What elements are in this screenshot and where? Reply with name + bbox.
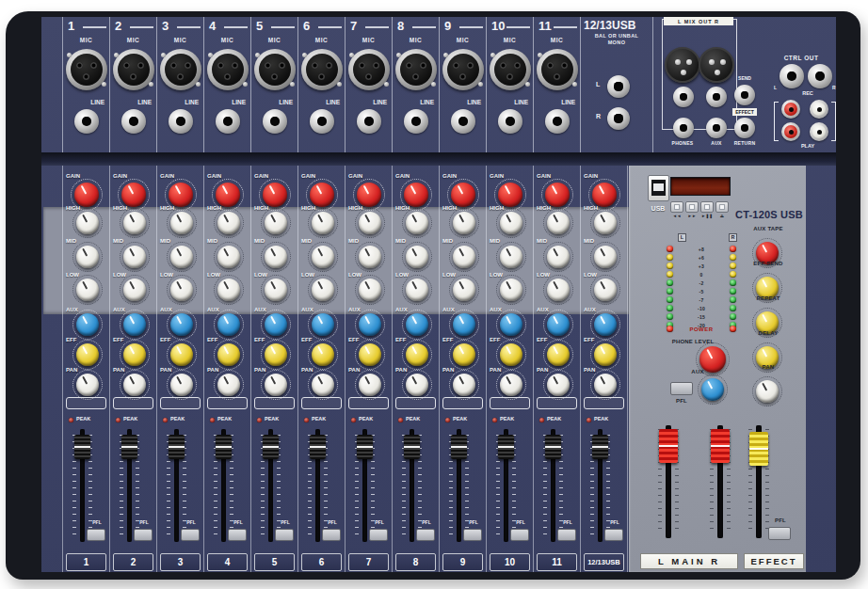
effect-send-knob[interactable] <box>402 340 432 370</box>
channel-fader[interactable] <box>357 435 373 459</box>
mid-eq-knob[interactable] <box>496 242 526 272</box>
aux-send-knob[interactable] <box>590 310 620 340</box>
aux-send-knob[interactable] <box>214 310 244 340</box>
pan-knob[interactable] <box>590 370 620 400</box>
effect-send-knob[interactable] <box>308 340 338 370</box>
aux-send-knob[interactable] <box>261 310 291 340</box>
aux-send-knob[interactable] <box>167 310 197 340</box>
xlr-mic-input[interactable] <box>254 49 296 90</box>
effect-return-jack[interactable] <box>734 118 755 138</box>
effect-send-knob[interactable] <box>590 340 620 370</box>
low-eq-knob[interactable] <box>543 275 573 305</box>
pan-knob[interactable] <box>120 370 150 400</box>
line-input-jack[interactable] <box>216 109 240 134</box>
master-pan-knob[interactable] <box>752 376 782 406</box>
aux-send-knob[interactable] <box>308 310 338 340</box>
main-right-fader[interactable] <box>711 429 730 463</box>
low-eq-knob[interactable] <box>449 275 479 305</box>
pfl-button[interactable] <box>510 529 529 541</box>
xlr-mic-input[interactable] <box>490 49 531 90</box>
channel-fader[interactable] <box>263 435 279 459</box>
channel-fader[interactable] <box>310 435 326 459</box>
pan-knob[interactable] <box>308 370 338 400</box>
effect-send-knob[interactable] <box>72 340 103 370</box>
main-left-fader[interactable] <box>659 429 678 463</box>
xlr-mic-input[interactable] <box>301 49 343 90</box>
effect-send-knob[interactable] <box>120 340 150 370</box>
channel-fader[interactable] <box>121 435 137 459</box>
low-eq-knob[interactable] <box>214 275 244 305</box>
high-eq-knob[interactable] <box>214 208 244 238</box>
pan-knob[interactable] <box>402 370 432 400</box>
aux-out-jack[interactable] <box>706 118 727 138</box>
high-eq-knob[interactable] <box>167 208 197 238</box>
channel-fader[interactable] <box>451 435 467 459</box>
rec-right-rca[interactable] <box>810 100 828 119</box>
play-right-rca[interactable] <box>810 122 828 141</box>
low-eq-knob[interactable] <box>590 275 620 305</box>
xlr-mic-input[interactable] <box>537 49 578 90</box>
high-eq-knob[interactable] <box>496 208 526 238</box>
channel-fader[interactable] <box>545 435 561 459</box>
mid-eq-knob[interactable] <box>590 242 620 272</box>
channel-fader[interactable] <box>498 435 514 459</box>
high-eq-knob[interactable] <box>449 208 479 238</box>
line-input-jack[interactable] <box>74 109 99 134</box>
line-input-jack[interactable] <box>498 109 522 134</box>
aux-send-knob[interactable] <box>402 310 432 340</box>
mid-eq-knob[interactable] <box>449 242 479 272</box>
pfl-button[interactable] <box>228 529 247 541</box>
line-input-jack[interactable] <box>263 109 287 134</box>
aux-send-knob[interactable] <box>355 310 385 340</box>
pan-knob[interactable] <box>449 370 479 400</box>
aux-send-knob[interactable] <box>449 310 479 340</box>
usb-port[interactable] <box>648 175 669 201</box>
master-pfl-button[interactable] <box>670 382 693 395</box>
aux-send-knob[interactable] <box>543 310 573 340</box>
high-eq-knob[interactable] <box>590 208 620 238</box>
low-eq-knob[interactable] <box>308 275 338 305</box>
low-eq-knob[interactable] <box>355 275 385 305</box>
mix-out-left-xlr[interactable] <box>665 47 700 83</box>
line-input-jack[interactable] <box>169 109 193 134</box>
transport-button[interactable] <box>715 201 729 213</box>
high-eq-knob[interactable] <box>120 208 150 238</box>
pan-knob[interactable] <box>214 370 244 400</box>
low-eq-knob[interactable] <box>402 275 432 305</box>
effect-send-knob[interactable] <box>449 340 479 370</box>
transport-button[interactable] <box>685 201 699 213</box>
pan-knob[interactable] <box>261 370 291 400</box>
effect-send-jack[interactable] <box>734 85 755 105</box>
pan-knob[interactable] <box>72 370 103 400</box>
xlr-mic-input[interactable] <box>66 49 107 90</box>
high-eq-knob[interactable] <box>72 208 103 238</box>
high-eq-knob[interactable] <box>355 208 385 238</box>
effect-send-knob[interactable] <box>355 340 385 370</box>
channel-fader[interactable] <box>216 435 232 459</box>
mix-out-right-xlr[interactable] <box>699 47 734 83</box>
effect-pfl-button[interactable] <box>768 527 791 540</box>
effect-send-knob[interactable] <box>496 340 526 370</box>
mix-out-left-jack[interactable] <box>673 87 694 107</box>
mid-eq-knob[interactable] <box>214 242 244 272</box>
line-input-jack[interactable] <box>545 109 570 134</box>
low-eq-knob[interactable] <box>496 275 526 305</box>
mid-eq-knob[interactable] <box>402 242 432 272</box>
line-input-jack[interactable] <box>310 109 334 134</box>
mid-eq-knob[interactable] <box>72 242 103 272</box>
ctrl-out-right-jack[interactable] <box>808 64 832 88</box>
line-input-jack[interactable] <box>357 109 381 134</box>
ctrl-out-left-jack[interactable] <box>780 64 804 88</box>
effect-send-knob[interactable] <box>214 340 244 370</box>
xlr-mic-input[interactable] <box>395 49 437 90</box>
high-eq-knob[interactable] <box>261 208 291 238</box>
aux-send-knob[interactable] <box>496 310 526 340</box>
mid-eq-knob[interactable] <box>355 242 385 272</box>
pfl-button[interactable] <box>134 529 153 541</box>
xlr-mic-input[interactable] <box>160 49 201 90</box>
effect-fader[interactable] <box>749 432 768 466</box>
pan-knob[interactable] <box>355 370 385 400</box>
xlr-mic-input[interactable] <box>113 49 154 90</box>
mid-eq-knob[interactable] <box>167 242 197 272</box>
pfl-button[interactable] <box>463 529 482 541</box>
